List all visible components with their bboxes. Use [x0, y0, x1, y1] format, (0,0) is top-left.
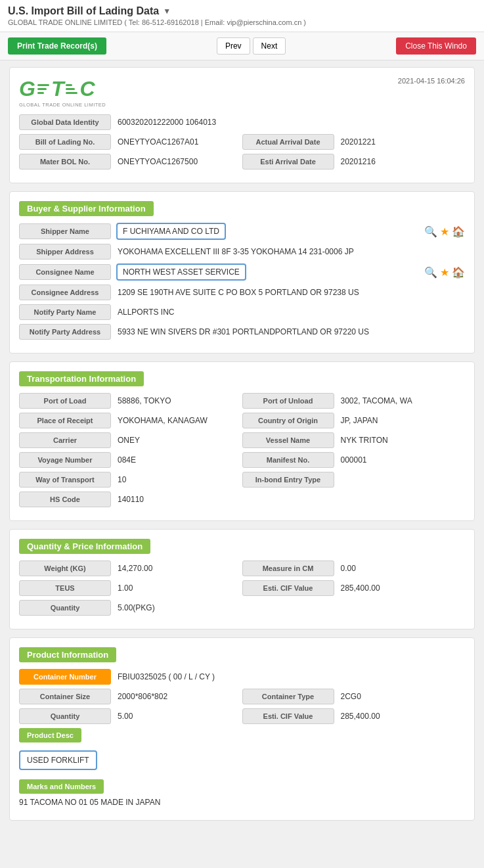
global-data-identity-value: 600320201222000 1064013: [111, 114, 465, 130]
page-title: U.S. Import Bill of Lading Data ▼: [8, 5, 476, 17]
weight-label: Weight (KG): [19, 560, 111, 576]
esti-arrival-value: 20201216: [334, 154, 382, 170]
logo-company-name: GLOBAL TRADE ONLINE LIMITED: [19, 102, 106, 108]
product-desc-label[interactable]: Product Desc: [19, 728, 81, 742]
manifest-no-label: Manifest No.: [242, 452, 334, 468]
container-size-label: Container Size: [19, 689, 111, 704]
shipper-icons: 🔍 ★ 🏠: [424, 225, 465, 238]
container-number-label: Container Number: [19, 669, 111, 685]
way-transport-inbond-row: Way of Transport 10 In-bond Entry Type: [19, 472, 465, 488]
product-esti-cif-value: 285,400.00: [334, 708, 387, 724]
product-quantity-cif-row: Quantity 5.00 Esti. CIF Value 285,400.00: [19, 708, 465, 724]
bol-no-value: ONEYTYOAC1267A01: [111, 134, 205, 150]
product-desc-value: USED FORKLIFT: [19, 750, 97, 770]
consignee-search-icon[interactable]: 🔍: [424, 266, 437, 279]
shipper-star-icon[interactable]: ★: [440, 225, 449, 238]
receipt-origin-row: Place of Receipt YOKOHAMA, KANAGAW Count…: [19, 413, 465, 428]
esti-cif-label: Esti. CIF Value: [242, 580, 334, 596]
actual-arrival-label: Actual Arrival Date: [242, 134, 334, 150]
consignee-address-row: Consignee Address 1209 SE 190TH AVE SUIT…: [19, 285, 465, 300]
weight-value: 14,270.00: [111, 560, 159, 576]
logo-line-3: [37, 92, 44, 94]
product-card: Product Information Container Number FBI…: [9, 637, 475, 821]
actual-arrival-value: 20201221: [334, 134, 382, 150]
way-transport-value: 10: [111, 472, 133, 488]
bol-no-col: Bill of Lading No. ONEYTYOAC1267A01: [19, 134, 242, 150]
product-desc-wrapper: USED FORKLIFT: [19, 748, 465, 773]
esti-arrival-label: Esti Arrival Date: [242, 154, 334, 170]
notify-party-address-row: Notify Party Address 5933 NE WIN SIVERS …: [19, 324, 465, 340]
notify-party-address-label: Notify Party Address: [19, 324, 111, 340]
voyage-number-value: 084E: [111, 452, 143, 468]
esti-cif-col: Esti. CIF Value 285,400.00: [242, 580, 466, 596]
logo-area: G T C GLOBAL TRADE ONLINE LIMITED: [19, 77, 106, 108]
prev-button[interactable]: Prev: [217, 37, 250, 55]
measure-cm-label: Measure in CM: [242, 560, 334, 576]
vessel-name-label: Vessel Name: [242, 432, 334, 448]
close-button[interactable]: Close This Windo: [396, 37, 476, 55]
container-type-col: Container Type 2CG0: [242, 689, 466, 704]
mater-bol-value: ONEYTYOAC1267500: [111, 154, 204, 170]
print-button[interactable]: Print Trade Record(s): [8, 37, 106, 55]
measure-col: Measure in CM 0.00: [242, 560, 466, 576]
consignee-name-row: Consignee Name NORTH WEST ASSET SERVICE …: [19, 263, 465, 281]
mater-bol-row: Mater BOL No. ONEYTYOAC1267500 Esti Arri…: [19, 154, 465, 170]
shipper-address-row: Shipper Address YOKOHAMA EXCELLENT III 8…: [19, 244, 465, 260]
dropdown-arrow-icon[interactable]: ▼: [163, 7, 171, 16]
shipper-search-icon[interactable]: 🔍: [424, 225, 437, 238]
port-load-col: Port of Load 58886, TOKYO: [19, 393, 242, 409]
top-bar: U.S. Import Bill of Lading Data ▼ GLOBAL…: [0, 0, 484, 32]
consignee-star-icon[interactable]: ★: [440, 266, 449, 279]
manifest-col: Manifest No. 000001: [242, 452, 466, 468]
marks-section: Marks and Numbers 91 TACOMA NO 01 05 MAD…: [19, 777, 465, 811]
quantity-label: Quantity: [19, 600, 111, 616]
carrier-label: Carrier: [19, 432, 111, 448]
notify-party-name-label: Notify Party Name: [19, 304, 111, 320]
mater-bol-label: Mater BOL No.: [19, 154, 111, 170]
way-transport-col: Way of Transport 10: [19, 472, 242, 488]
quantity-price-title: Quantity & Price Information: [19, 539, 150, 554]
vessel-name-col: Vessel Name NYK TRITON: [242, 432, 466, 448]
next-button[interactable]: Next: [253, 37, 286, 55]
quantity-value: 5.00(PKG): [111, 600, 162, 616]
global-data-identity-label: Global Data Identity: [19, 114, 111, 130]
country-origin-col: Country of Origin JP, JAPAN: [242, 413, 466, 428]
product-quantity-label: Quantity: [19, 708, 111, 724]
port-unload-value: 3002, TACOMA, WA: [334, 393, 419, 409]
product-quantity-col: Quantity 5.00: [19, 708, 242, 724]
place-receipt-label: Place of Receipt: [19, 413, 111, 428]
logo-graphic: G T C: [19, 77, 95, 101]
logo-t-letter: T: [51, 77, 64, 101]
container-number-row: Container Number FBIU0325025 ( 00 / L / …: [19, 669, 465, 685]
way-transport-label: Way of Transport: [19, 472, 111, 488]
esti-cif-value: 285,400.00: [334, 580, 387, 596]
country-origin-value: JP, JAPAN: [334, 413, 385, 428]
teus-value: 1.00: [111, 580, 139, 596]
teus-cif-row: TEUS 1.00 Esti. CIF Value 285,400.00: [19, 580, 465, 596]
carrier-value: ONEY: [111, 432, 146, 448]
logo-line-6: [66, 92, 77, 94]
container-type-label: Container Type: [242, 689, 334, 704]
consignee-home-icon[interactable]: 🏠: [452, 266, 465, 279]
content: G T C GLOBAL TRADE ONLINE LIMITED: [0, 60, 484, 835]
port-load-label: Port of Load: [19, 393, 111, 409]
nav-group: Prev Next: [217, 37, 286, 55]
manifest-no-value: 000001: [334, 452, 374, 468]
bol-no-label: Bill of Lading No.: [19, 134, 111, 150]
quantity-row: Quantity 5.00(PKG): [19, 600, 465, 616]
port-load-value: 58886, TOKYO: [111, 393, 178, 409]
hs-code-row: HS Code 140110: [19, 491, 465, 507]
quantity-price-card: Quantity & Price Information Weight (KG)…: [9, 529, 475, 629]
consignee-icons: 🔍 ★ 🏠: [424, 266, 465, 279]
logo-line-4: [66, 84, 72, 86]
marks-numbers-label: Marks and Numbers: [19, 779, 104, 794]
container-type-value: 2CG0: [334, 689, 368, 704]
product-title: Product Information: [19, 647, 116, 662]
quantity-price-header: Quantity & Price Information: [19, 539, 465, 560]
marks-numbers-value: 91 TACOMA NO 01 05 MADE IN JAPAN: [19, 794, 465, 811]
shipper-name-label: Shipper Name: [19, 223, 111, 239]
product-esti-cif-col: Esti. CIF Value 285,400.00: [242, 708, 466, 724]
actual-arrival-col: Actual Arrival Date 20201221: [242, 134, 466, 150]
transportation-header: Transportation Information: [19, 371, 465, 393]
shipper-home-icon[interactable]: 🏠: [452, 225, 465, 238]
